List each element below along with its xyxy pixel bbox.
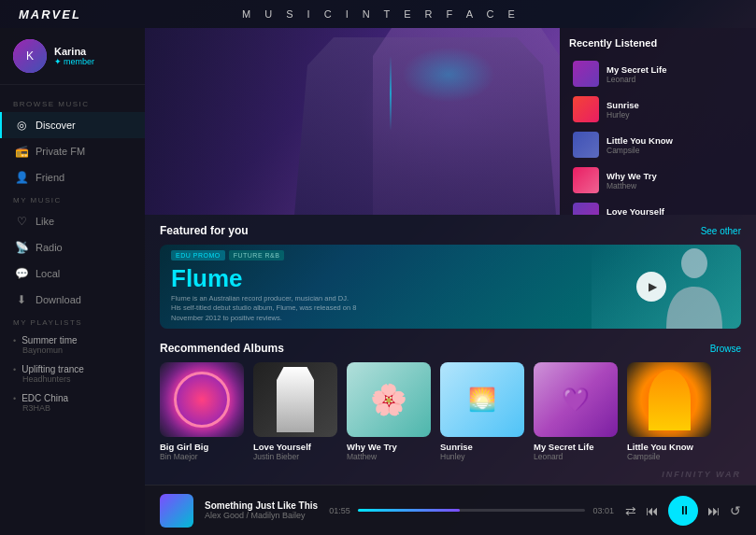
featured-tags: EDU PROMO FUTURE R&B: [171, 250, 358, 260]
user-info: Karina ✦ member: [54, 46, 94, 66]
sidebar-item-radio[interactable]: 📡 Radio: [0, 234, 145, 260]
browse-music-label: BROWSE MUSIC: [0, 94, 145, 112]
recently-artist-4: Matthew: [606, 181, 657, 190]
recently-item-4[interactable]: Why We Try Matthew: [569, 162, 747, 198]
recently-info-1: My Secret Life Leonard: [606, 64, 666, 84]
album-card-4[interactable]: 🌅 Sunrise Hunley: [440, 362, 524, 461]
sidebar-item-like[interactable]: ♡ Like: [0, 208, 145, 234]
playlist-sub: Baynomun: [13, 345, 132, 355]
albums-title: Recommended Albums: [160, 342, 284, 355]
featured-description: Flume is an Australian record producer, …: [171, 294, 358, 324]
playlist-item-summer[interactable]: • Summer time Baynomun: [0, 331, 145, 359]
player-artist-name: Alex Good / Madilyn Bailey: [205, 511, 318, 520]
recently-item-3[interactable]: Little You Know Campsile: [569, 127, 747, 162]
recently-thumb-2: [573, 96, 599, 122]
albums-browse-link[interactable]: Browse: [710, 344, 741, 354]
sidebar-item-friend[interactable]: 👤 Friend: [0, 164, 145, 190]
recently-item-5[interactable]: Love Yourself Justin Bieber: [569, 198, 747, 215]
main-layout: K Karina ✦ member BROWSE MUSIC ◎ Discove…: [0, 28, 756, 535]
sidebar: K Karina ✦ member BROWSE MUSIC ◎ Discove…: [0, 28, 145, 535]
album-artist-4: Hunley: [440, 452, 524, 461]
album-title-4: Sunrise: [440, 442, 524, 452]
album-artist-2: Justin Bieber: [253, 452, 337, 461]
playlist-name: Uplifting trance: [21, 364, 84, 374]
album-card-3[interactable]: 🌸 Why We Try Matthew: [347, 362, 431, 461]
featured-tag-1: EDU PROMO: [171, 250, 225, 260]
featured-see-other-link[interactable]: See other: [701, 226, 741, 236]
album-title-3: Why We Try: [347, 442, 431, 452]
player-controls: ⇄ ⏮ ⏸ ⏭ ↺: [625, 496, 741, 526]
progress-bar[interactable]: [358, 509, 586, 512]
local-icon: 💬: [15, 267, 28, 280]
albums-section: Recommended Albums Browse Big Girl Big B…: [145, 334, 756, 485]
recently-item-1[interactable]: My Secret Life Leonard: [569, 56, 747, 92]
player-song-title: Something Just Like This: [205, 500, 318, 511]
album-artist-3: Matthew: [347, 452, 431, 461]
recently-item-2[interactable]: Sunrise Hurley: [569, 92, 747, 127]
avatar-image: K: [13, 39, 47, 73]
album-cover-6: [627, 362, 711, 437]
featured-info: EDU PROMO FUTURE R&B Flume Flume is an A…: [171, 250, 358, 324]
playlist-bullet: •: [13, 365, 16, 374]
radio-label: Radio: [36, 242, 63, 253]
featured-header: Featured for you See other: [160, 224, 741, 237]
my-music-label: MY MUSIC: [0, 190, 145, 208]
sidebar-item-download[interactable]: ⬇ Download: [0, 287, 145, 313]
recently-thumb-1: [573, 61, 599, 87]
featured-artist-name: Flume: [171, 266, 358, 290]
recently-thumb-3: [573, 132, 599, 158]
cover-figure: [272, 367, 319, 432]
recently-info-2: Sunrise Hurley: [606, 100, 639, 120]
player-thumbnail: [160, 494, 193, 528]
app-logo: MARVEL: [19, 7, 81, 21]
svg-point-0: [681, 248, 707, 278]
album-artist-5: Leonard: [534, 452, 618, 461]
repeat-button[interactable]: ↺: [730, 503, 741, 518]
user-name: Karina: [54, 46, 94, 57]
recently-artist-1: Leonard: [606, 75, 666, 84]
avatar: K: [13, 39, 47, 73]
album-artist-1: Bin Maejor: [160, 452, 244, 461]
discover-label: Discover: [36, 120, 76, 131]
sidebar-item-local[interactable]: 💬 Local: [0, 260, 145, 287]
album-card-2[interactable]: Love Yourself Justin Bieber: [253, 362, 337, 461]
cover-sun-icon: 🌅: [468, 387, 496, 413]
featured-title: Featured for you: [160, 224, 249, 237]
recently-info-3: Little You Know Campsile: [606, 135, 673, 155]
playlist-item-edc[interactable]: • EDC China R3HAB: [0, 388, 145, 417]
featured-play-button[interactable]: ▶: [636, 272, 666, 302]
sidebar-item-discover[interactable]: ◎ Discover: [0, 112, 145, 138]
app-title: M U S I C I N T E R F A C E: [242, 8, 521, 20]
recently-song-3: Little You Know: [606, 135, 673, 146]
member-icon: ✦: [54, 57, 62, 66]
playlist-name: Summer time: [21, 335, 77, 345]
album-title-6: Little You Know: [627, 442, 711, 452]
user-role: ✦ member: [54, 57, 94, 66]
playlist-sub: R3HAB: [13, 403, 132, 413]
like-icon: ♡: [15, 215, 28, 228]
album-cover-5: 💜: [534, 362, 618, 437]
album-cover-4: 🌅: [440, 362, 524, 437]
player-bar: Something Just Like This Alex Good / Mad…: [145, 485, 756, 535]
playlist-item-uplifting[interactable]: • Uplifting trance Headhunters: [0, 359, 145, 388]
prev-button[interactable]: ⏮: [646, 503, 659, 518]
hero-section: Recently Listened My Secret Life Leonard…: [145, 28, 756, 215]
album-card-5[interactable]: 💜 My Secret Life Leonard: [534, 362, 618, 461]
shuffle-button[interactable]: ⇄: [625, 503, 636, 518]
play-pause-button[interactable]: ⏸: [668, 496, 698, 526]
playlist-name: EDC China: [21, 393, 68, 403]
progress-bar-fill: [358, 509, 461, 512]
sidebar-item-privatefm[interactable]: 📻 Private FM: [0, 138, 145, 164]
recently-thumb-4: [573, 167, 599, 193]
album-card-6[interactable]: Little You Know Campsile: [627, 362, 711, 461]
privatefm-icon: 📻: [15, 145, 28, 158]
lightning-effect: [390, 56, 392, 131]
album-title-1: Big Girl Big: [160, 442, 244, 452]
album-title-2: Love Yourself: [253, 442, 337, 452]
local-label: Local: [36, 268, 60, 279]
album-card-1[interactable]: Big Girl Big Bin Maejor: [160, 362, 244, 461]
friend-icon: 👤: [15, 171, 28, 184]
album-cover-1: [160, 362, 244, 437]
next-button[interactable]: ⏭: [707, 503, 720, 518]
privatefm-label: Private FM: [36, 146, 85, 157]
